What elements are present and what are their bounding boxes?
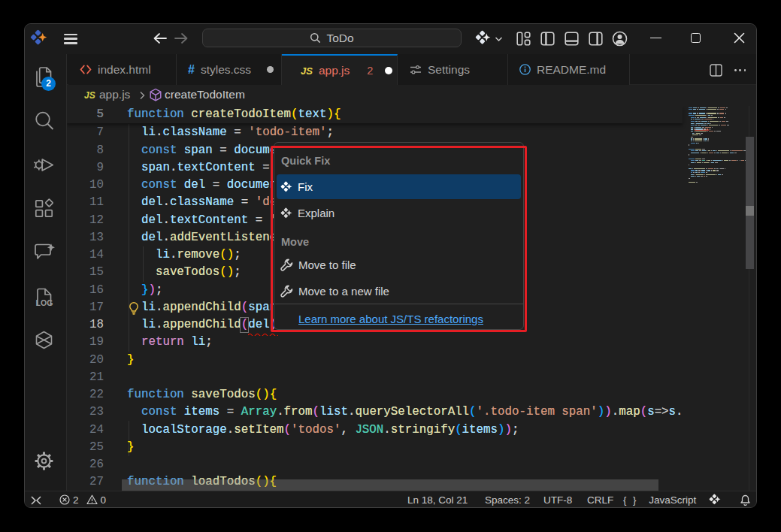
svg-text:LOG: LOG bbox=[36, 298, 53, 307]
